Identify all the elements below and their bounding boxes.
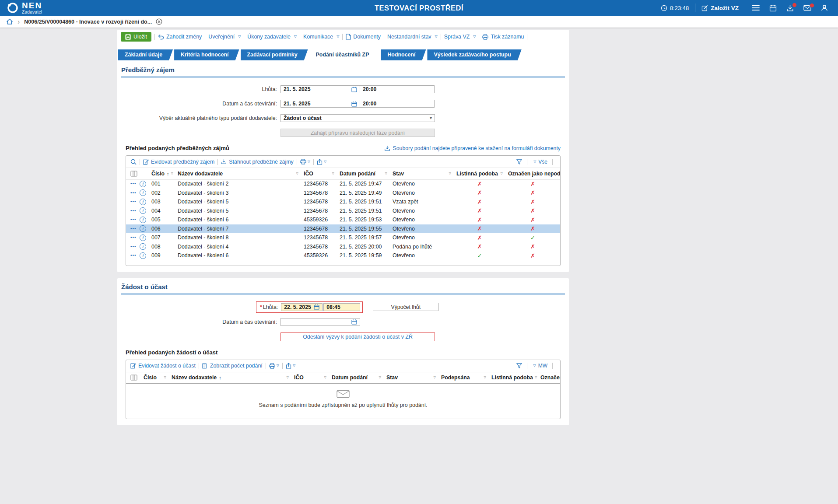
info-icon[interactable]: i: [140, 217, 146, 223]
filter-caret-icon[interactable]: ▽: [482, 376, 486, 379]
column-settings-icon[interactable]: [126, 372, 141, 383]
menu-button[interactable]: [747, 5, 764, 11]
zadost-deadline-time-input[interactable]: 08:45: [323, 303, 360, 311]
row-menu-icon[interactable]: •••: [130, 227, 137, 231]
calendar-icon[interactable]: [351, 101, 357, 107]
row-menu-icon[interactable]: •••: [130, 253, 137, 258]
opening-date-input[interactable]: 21. 5. 2025: [281, 100, 360, 108]
table-row[interactable]: •••i006Dodavatel - školení 71234567821. …: [126, 224, 560, 234]
filter-icon[interactable]: [516, 363, 522, 368]
filter-caret-icon[interactable]: ▽: [285, 376, 289, 379]
contracting-actions-menu[interactable]: Úkony zadavatele ▽: [247, 34, 297, 40]
filter-caret-icon[interactable]: ▽: [323, 376, 326, 379]
column-header[interactable]: Stav▽: [384, 372, 438, 383]
show-submission-count-link[interactable]: Zobrazit počet podání: [202, 363, 263, 369]
breadcrumb-item[interactable]: N006/25/V00004860 - Inovace v rozvoji ří…: [24, 19, 152, 25]
column-header[interactable]: IČO▽: [301, 168, 337, 179]
filter-caret-icon[interactable]: ▽: [162, 376, 166, 379]
column-header[interactable]: Název dodavatele↑▽: [169, 372, 291, 383]
print-table-button[interactable]: ▽: [300, 159, 310, 164]
submission-type-select[interactable]: Žádost o účast ▾: [281, 114, 435, 122]
tab-zadavaci-podminky[interactable]: Zadávací podmínky: [241, 49, 308, 60]
calendar-icon[interactable]: [351, 87, 357, 92]
documents-button[interactable]: Dokumenty: [346, 34, 381, 40]
filter-scope-select[interactable]: ▽ MW: [532, 363, 547, 369]
calendar-button[interactable]: [764, 4, 782, 12]
calculate-deadlines-button[interactable]: Výpočet lhůt: [373, 303, 438, 311]
column-header[interactable]: Stav▽: [390, 168, 454, 179]
calendar-icon[interactable]: [351, 319, 357, 325]
deadline-date-input[interactable]: 21. 5. 2025: [281, 85, 360, 93]
column-header[interactable]: Listinná podoba▽: [454, 168, 505, 179]
info-icon[interactable]: i: [140, 252, 146, 259]
vz-admin-menu[interactable]: Správa VZ ▽: [444, 34, 476, 40]
row-menu-icon[interactable]: •••: [130, 200, 137, 204]
calendar-icon[interactable]: [314, 304, 319, 310]
filter-caret-icon[interactable]: ▽: [295, 172, 298, 175]
column-header[interactable]: Číslo▽: [141, 372, 169, 383]
submission-files-link[interactable]: Soubory podání najdete připravené ke sta…: [384, 145, 561, 151]
filter-caret-icon[interactable]: ▽: [432, 376, 436, 379]
table-row[interactable]: •••i004Dodavatel - školení 51234567821. …: [126, 206, 560, 216]
tab-hodnoceni[interactable]: Hodnocení: [381, 49, 426, 60]
register-zadost-link[interactable]: Evidovat žádost o účast: [130, 363, 196, 369]
column-header[interactable]: IČO▽: [291, 372, 329, 383]
filter-caret-icon[interactable]: ▽: [377, 376, 381, 379]
publish-menu[interactable]: Uveřejnění ▽: [208, 34, 241, 40]
column-header[interactable]: Číslo↑▽: [149, 168, 175, 179]
download-preliminary-interests-link[interactable]: Stáhnout předběžné zájmy: [221, 159, 293, 165]
messages-button[interactable]: [799, 5, 816, 11]
column-header[interactable]: Datum podání▽: [337, 168, 390, 179]
print-record-button[interactable]: Tisk záznamu: [482, 34, 524, 40]
tab-zakladni-udaje[interactable]: Základní údaje: [118, 49, 173, 60]
column-header[interactable]: Podepsána▽: [438, 372, 489, 383]
info-icon[interactable]: i: [140, 199, 146, 205]
table-row[interactable]: •••i002Dodavatel - školení 31234567821. …: [126, 189, 560, 198]
row-menu-icon[interactable]: •••: [130, 245, 137, 249]
filter-caret-icon[interactable]: ▽: [447, 172, 451, 175]
column-header[interactable]: Označena▽: [538, 372, 560, 383]
print-table-button[interactable]: ▽: [269, 363, 279, 369]
zadost-opening-date-input[interactable]: [281, 318, 360, 326]
opening-time-input[interactable]: 20:00: [360, 100, 435, 108]
tab-kriteria-hodnoceni[interactable]: Kritéria hodnocení: [174, 49, 239, 60]
column-header[interactable]: Listinná podoba▽: [489, 372, 538, 383]
downloads-button[interactable]: [782, 4, 799, 12]
filter-scope-select[interactable]: ▽ Vše: [532, 159, 547, 165]
row-menu-icon[interactable]: •••: [130, 191, 137, 195]
register-preliminary-interest-link[interactable]: Evidovat předběžný zájem: [143, 159, 214, 165]
nonstandard-state-menu[interactable]: Nestandardní stav ▽: [387, 34, 438, 40]
deadline-time-input[interactable]: 20:00: [360, 85, 435, 93]
info-icon[interactable]: i: [140, 243, 146, 250]
profile-button[interactable]: [816, 4, 833, 11]
table-row[interactable]: •••i007Dodavatel - školení 81234567821. …: [126, 233, 560, 242]
info-icon[interactable]: i: [140, 225, 146, 232]
row-menu-icon[interactable]: •••: [130, 182, 137, 186]
close-record-button[interactable]: [156, 18, 162, 25]
row-menu-icon[interactable]: •••: [130, 235, 137, 240]
row-menu-icon[interactable]: •••: [130, 217, 137, 222]
column-header[interactable]: Označen jako nepodaný▽: [505, 168, 560, 179]
info-icon[interactable]: i: [140, 207, 146, 214]
create-vz-button[interactable]: Založit VZ: [697, 5, 743, 11]
zadost-deadline-date-input[interactable]: 22. 5. 2025: [281, 303, 323, 311]
search-icon[interactable]: [130, 159, 137, 165]
info-icon[interactable]: i: [140, 181, 146, 187]
column-header[interactable]: Datum podání▽: [329, 372, 384, 383]
info-icon[interactable]: i: [140, 189, 146, 196]
column-header[interactable]: Název dodavatele▽: [175, 168, 301, 179]
send-invitation-button[interactable]: Odeslání výzvy k podání žádosti o účast …: [281, 332, 435, 341]
filter-caret-icon[interactable]: ▽: [499, 172, 503, 175]
home-button[interactable]: [6, 18, 13, 25]
nen-logo[interactable]: NEN Zadavatel: [0, 1, 42, 14]
export-table-button[interactable]: ▽: [286, 363, 295, 369]
save-button[interactable]: Uložit: [121, 32, 151, 42]
discard-changes-button[interactable]: Zahodit změny: [158, 34, 202, 40]
column-settings-icon[interactable]: [126, 168, 149, 179]
tab-podani-ucastniku-zp[interactable]: Podání účastníků ZP: [309, 49, 380, 60]
table-row[interactable]: •••i003Dodavatel - školení 51234567821. …: [126, 197, 560, 206]
export-table-button[interactable]: ▽: [317, 159, 326, 165]
tab-vysledek[interactable]: Výsledek zadávacího postupu: [427, 49, 521, 60]
filter-caret-icon[interactable]: ▽: [169, 172, 173, 175]
start-next-phase-button[interactable]: Zahájit přípravu následující fáze podání: [281, 129, 435, 137]
